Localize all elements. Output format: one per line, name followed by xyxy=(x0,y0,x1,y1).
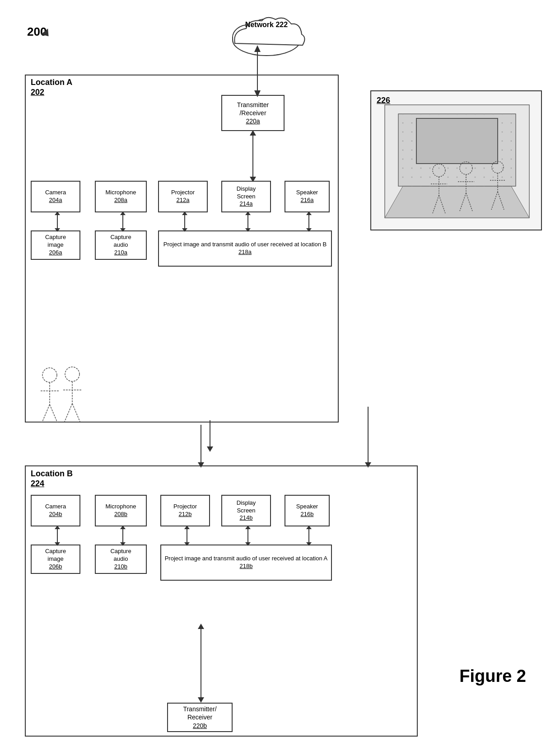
svg-marker-51 xyxy=(245,526,251,529)
svg-point-34 xyxy=(65,367,79,381)
function-box-a: Project image and transmit audio of user… xyxy=(158,230,332,267)
svg-marker-57 xyxy=(198,697,204,703)
svg-marker-54 xyxy=(306,526,312,529)
svg-marker-22 xyxy=(245,228,251,232)
arrow-camera-b-up-to-tr-b xyxy=(194,624,208,705)
figure-label: Figure 2 xyxy=(459,667,526,686)
svg-line-32 xyxy=(42,404,50,423)
svg-marker-18 xyxy=(182,211,187,215)
arrow-display-b-func xyxy=(243,526,252,546)
svg-marker-42 xyxy=(55,526,60,529)
svg-marker-21 xyxy=(245,211,251,215)
display-screen-a: Display Screen 214a xyxy=(221,181,271,212)
svg-marker-58 xyxy=(198,624,204,629)
arrow-display-a-func xyxy=(243,211,252,232)
capture-audio-a: Capture audio 210a xyxy=(95,230,147,260)
arrow-tr-b-to-location-a xyxy=(194,423,208,468)
svg-marker-55 xyxy=(306,542,312,546)
svg-marker-12 xyxy=(55,211,60,215)
svg-rect-66 xyxy=(416,118,498,164)
capture-image-b: Capture image 206b xyxy=(31,545,80,574)
arrow-proj-b-func xyxy=(182,526,191,546)
arrow-tr-a-to-network xyxy=(251,45,264,97)
location-b-label: Location B xyxy=(31,469,73,479)
arrow-mic-b-capture xyxy=(118,526,127,546)
svg-marker-48 xyxy=(184,526,190,529)
svg-point-29 xyxy=(42,368,57,382)
function-box-b: Project image and transmit audio of user… xyxy=(160,545,332,581)
svg-marker-19 xyxy=(182,228,187,232)
transmitter-receiver-b: Transmitter/ Receiver 220b xyxy=(167,703,233,732)
svg-line-37 xyxy=(65,404,72,422)
persons-location-a xyxy=(25,366,115,425)
capture-audio-b: Capture audio 210b xyxy=(95,545,147,574)
microphone-b: Microphone 208b xyxy=(95,495,147,526)
svg-marker-24 xyxy=(306,211,312,215)
location-a-label: Location A xyxy=(31,78,72,87)
svg-marker-45 xyxy=(120,526,126,529)
speaker-b: Speaker 216b xyxy=(285,495,330,526)
svg-marker-16 xyxy=(120,228,126,232)
svg-marker-49 xyxy=(184,542,190,546)
arrow-mic-a-capture xyxy=(118,211,127,232)
svg-marker-10 xyxy=(254,90,261,97)
svg-marker-63 xyxy=(385,186,529,218)
svg-marker-25 xyxy=(306,228,312,232)
speaker-a: Speaker 216a xyxy=(285,181,330,212)
arrow-camera-a-capture xyxy=(53,211,62,232)
capture-image-a: Capture image 206a xyxy=(31,230,80,260)
arrow-speaker-b-func xyxy=(304,526,313,546)
camera-a: Camera 204a xyxy=(31,181,80,212)
location-a-id: 202 xyxy=(31,88,44,97)
arrow-camera-b-capture xyxy=(53,526,62,546)
transmitter-receiver-a: Transmitter /Receiver 220a xyxy=(221,95,285,131)
svg-marker-46 xyxy=(120,542,126,546)
display-screen-b: Display Screen 214b xyxy=(221,495,271,526)
microphone-a: Microphone 208a xyxy=(95,181,147,212)
arrow-tr-a-down xyxy=(246,130,260,183)
svg-marker-43 xyxy=(55,542,60,546)
svg-marker-27 xyxy=(250,177,256,182)
svg-line-38 xyxy=(72,404,80,422)
svg-marker-52 xyxy=(245,542,251,546)
network-cloud: Network 222 xyxy=(221,13,312,71)
projector-a: Projector 212a xyxy=(158,181,208,212)
svg-marker-60 xyxy=(198,462,204,468)
svg-marker-15 xyxy=(120,211,126,215)
network-label: Network 222 xyxy=(221,21,312,29)
arrow-room-to-loc-b xyxy=(361,407,375,468)
arrow-proj-a-func xyxy=(180,211,189,232)
svg-marker-9 xyxy=(254,45,261,52)
arrow-speaker-a-func xyxy=(304,211,313,232)
room-illustration: 226 xyxy=(370,90,542,230)
svg-marker-83 xyxy=(365,462,371,468)
location-b-id: 224 xyxy=(31,479,44,488)
projector-b: Projector 212b xyxy=(160,495,210,526)
svg-marker-13 xyxy=(55,228,60,232)
svg-marker-28 xyxy=(250,130,256,136)
svg-line-33 xyxy=(50,404,57,423)
camera-b: Camera 204b xyxy=(31,495,80,526)
svg-marker-40 xyxy=(207,446,213,452)
